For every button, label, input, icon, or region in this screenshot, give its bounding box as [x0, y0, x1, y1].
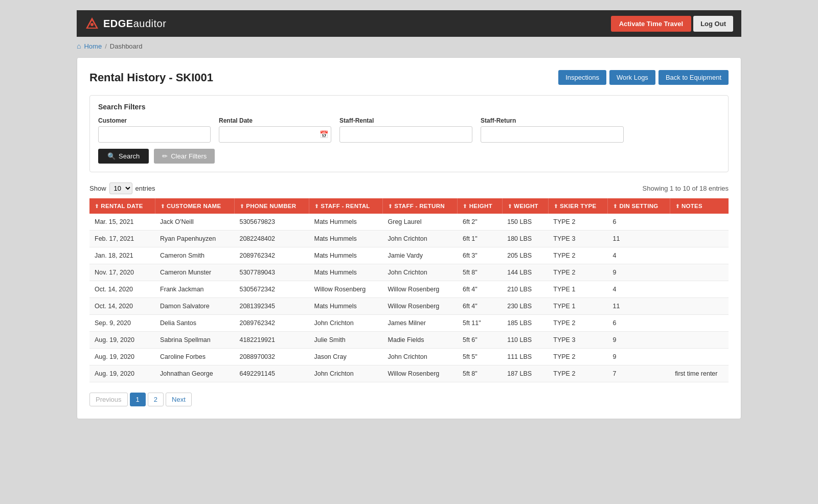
col-notes[interactable]: ⬆NOTES [670, 198, 729, 214]
table-cell: Julie Smith [309, 332, 382, 349]
table-cell: Ryan Papenhuyzen [155, 231, 234, 247]
col-customer-name[interactable]: ⬆CUSTOMER NAME [155, 198, 234, 214]
table-cell: 5ft 8" [458, 365, 502, 382]
col-staff-rental[interactable]: ⬆STAFF - RENTAL [309, 198, 382, 214]
svg-point-2 [90, 23, 94, 26]
table-cell: 2089762342 [234, 315, 309, 332]
table-cell: Aug. 19, 2020 [89, 365, 155, 382]
previous-page-button[interactable]: Previous [89, 393, 128, 406]
table-cell: 4 [608, 247, 670, 264]
table-cell: John Crichton [309, 315, 382, 332]
rental-date-filter-group: Rental Date 📅 [219, 117, 331, 143]
logout-button[interactable]: Log Out [693, 16, 733, 32]
customer-input[interactable] [98, 126, 211, 143]
page-2-button[interactable]: 2 [148, 393, 164, 406]
calendar-icon[interactable]: 📅 [320, 130, 328, 139]
table-cell: 6ft 4" [458, 281, 502, 298]
table-cell: TYPE 3 [548, 231, 607, 247]
table-cell: Cameron Smith [155, 247, 234, 264]
sort-icon: ⬆ [675, 203, 679, 209]
table-cell: Delia Santos [155, 315, 234, 332]
eraser-icon: ✏ [162, 152, 168, 160]
table-cell: 2088970032 [234, 349, 309, 365]
staff-rental-input[interactable] [339, 126, 472, 143]
search-filters-box: Search Filters Customer Rental Date 📅 St… [89, 95, 729, 172]
time-travel-button[interactable]: Activate Time Travel [611, 16, 692, 32]
table-cell: 5ft 6" [458, 332, 502, 349]
customer-filter-group: Customer [98, 117, 211, 143]
breadcrumb-home[interactable]: Home [84, 42, 102, 50]
table-cell: 111 LBS [502, 349, 548, 365]
filters-actions: 🔍 Search ✏ Clear Filters [98, 149, 720, 164]
page-1-button[interactable]: 1 [130, 393, 146, 406]
customer-label: Customer [98, 117, 211, 124]
clear-filters-button[interactable]: ✏ Clear Filters [154, 149, 215, 164]
show-entries: Show 10 25 50 entries [89, 182, 155, 194]
search-icon: 🔍 [107, 152, 116, 160]
table-cell [670, 349, 729, 365]
sort-icon: ⬆ [240, 203, 244, 209]
table-cell: 6ft 3" [458, 247, 502, 264]
table-row: Oct. 14, 2020Frank Jackman5305672342Will… [89, 281, 729, 298]
table-cell: Jan. 18, 2021 [89, 247, 155, 264]
table-cell: Madie Fields [383, 332, 458, 349]
sort-icon: ⬆ [554, 203, 558, 209]
table-cell: Jason Cray [309, 349, 382, 365]
table-cell: TYPE 2 [548, 264, 607, 281]
table-cell [670, 281, 729, 298]
col-weight-label: WEIGHT [514, 203, 538, 209]
col-height[interactable]: ⬆HEIGHT [458, 198, 502, 214]
col-skier-type[interactable]: ⬆SKIER TYPE [548, 198, 607, 214]
search-button[interactable]: 🔍 Search [98, 149, 149, 164]
col-rental-date-label: RENTAL DATE [101, 203, 143, 209]
table-cell: first time renter [670, 365, 729, 382]
table-cell: Mats Hummels [309, 231, 382, 247]
show-label: Show [89, 185, 106, 192]
table-cell: Oct. 14, 2020 [89, 281, 155, 298]
staff-return-label: Staff-Return [481, 117, 624, 124]
breadcrumb: ⌂ Home / Dashboard [77, 37, 741, 57]
table-row: Oct. 14, 2020Damon Salvatore2081392345Ma… [89, 298, 729, 315]
back-to-equipment-button[interactable]: Back to Equipment [658, 70, 729, 85]
inspections-button[interactable]: Inspections [558, 70, 606, 85]
search-filters-title: Search Filters [98, 103, 720, 111]
next-page-button[interactable]: Next [166, 393, 192, 406]
table-row: Aug. 19, 2020Johnathan George6492291145J… [89, 365, 729, 382]
table-cell: 5ft 11" [458, 315, 502, 332]
home-icon: ⌂ [77, 42, 81, 50]
brand-name: EDGEauditor [103, 18, 166, 30]
sort-icon: ⬆ [161, 203, 165, 209]
table-row: Feb. 17, 2021Ryan Papenhuyzen2082248402M… [89, 231, 729, 247]
table-cell: 5ft 5" [458, 349, 502, 365]
table-cell: John Crichton [383, 264, 458, 281]
col-weight[interactable]: ⬆WEIGHT [502, 198, 548, 214]
col-phone-number[interactable]: ⬆PHONE NUMBER [234, 198, 309, 214]
table-cell: Mats Hummels [309, 298, 382, 315]
sort-icon: ⬆ [388, 203, 392, 209]
table-cell: Aug. 19, 2020 [89, 349, 155, 365]
table-cell: TYPE 1 [548, 281, 607, 298]
table-cell [670, 247, 729, 264]
per-page-select[interactable]: 10 25 50 [109, 182, 132, 194]
table-cell: Mar. 15, 2021 [89, 214, 155, 231]
table-cell: Willow Rosenberg [309, 281, 382, 298]
staff-rental-filter-group: Staff-Rental [339, 117, 472, 143]
table-cell: Willow Rosenberg [383, 298, 458, 315]
col-rental-date[interactable]: ⬆RENTAL DATE [89, 198, 155, 214]
table-cell [670, 298, 729, 315]
page-title: Rental History - SKI001 [89, 71, 213, 84]
col-din-setting[interactable]: ⬆DIN SETTING [608, 198, 670, 214]
table-cell: 11 [608, 298, 670, 315]
table-cell: 2089762342 [234, 247, 309, 264]
staff-return-input[interactable] [481, 126, 624, 143]
col-staff-return[interactable]: ⬆STAFF - RETURN [383, 198, 458, 214]
sort-icon: ⬆ [508, 203, 512, 209]
table-cell [670, 264, 729, 281]
table-cell: TYPE 3 [548, 332, 607, 349]
table-cell: Sabrina Spellman [155, 332, 234, 349]
worklogs-button[interactable]: Work Logs [609, 70, 655, 85]
pagination: Previous 1 2 Next [89, 393, 729, 406]
table-cell: Cameron Munster [155, 264, 234, 281]
rental-date-input[interactable] [219, 126, 331, 143]
col-phone-number-label: PHONE NUMBER [246, 203, 296, 209]
